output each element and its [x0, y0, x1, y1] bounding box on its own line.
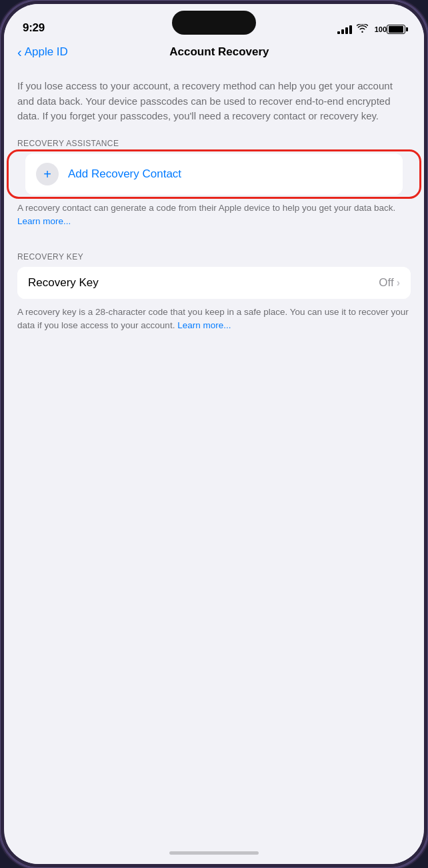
recovery-key-row[interactable]: Recovery Key Off › [17, 267, 411, 299]
recovery-assistance-section: RECOVERY ASSISTANCE + Add Recovery Conta… [4, 139, 424, 244]
chevron-right-icon: › [397, 277, 400, 289]
battery-icon [387, 25, 405, 34]
signal-icon [337, 25, 352, 34]
recovery-assistance-header: RECOVERY ASSISTANCE [4, 139, 424, 153]
screen: 9:29 [4, 4, 424, 864]
battery-container: 100 [373, 25, 405, 34]
main-content: If you lose access to your account, a re… [4, 67, 424, 841]
battery-label: 100 [375, 25, 387, 33]
home-bar [169, 851, 259, 855]
dynamic-island [172, 11, 256, 35]
intro-text: If you lose access to your account, a re… [4, 67, 424, 139]
recovery-key-footer: A recovery key is a 28-character code th… [4, 299, 424, 348]
recovery-key-value: Off › [379, 276, 400, 290]
add-recovery-contact-label: Add Recovery Contact [68, 167, 181, 181]
add-icon-circle: + [36, 163, 59, 185]
wifi-icon [357, 24, 368, 35]
add-recovery-wrapper: + Add Recovery Contact [12, 153, 416, 195]
recovery-key-status: Off [379, 276, 393, 290]
home-indicator [4, 841, 424, 864]
back-chevron-icon: ‹ [17, 45, 22, 59]
page-title: Account Recovery [68, 45, 371, 59]
add-recovery-contact-button[interactable]: + Add Recovery Contact [25, 153, 403, 195]
status-icons: 100 [337, 24, 405, 35]
phone-frame: 9:29 [0, 0, 428, 868]
recovery-key-header: RECOVERY KEY [4, 252, 424, 267]
recovery-assistance-footer-text: A recovery contact can generate a code f… [17, 203, 395, 213]
back-label: Apple ID [25, 45, 68, 59]
recovery-key-section: RECOVERY KEY Recovery Key Off › A recove… [4, 252, 424, 348]
add-recovery-list: + Add Recovery Contact [25, 153, 403, 195]
status-bar: 9:29 [4, 4, 424, 40]
plus-icon: + [43, 167, 51, 181]
recovery-key-label: Recovery Key [28, 276, 99, 290]
recovery-assistance-footer: A recovery contact can generate a code f… [4, 195, 424, 244]
status-time: 9:29 [23, 21, 45, 35]
back-button[interactable]: ‹ Apple ID [17, 45, 68, 59]
recovery-assistance-learn-more[interactable]: Learn more... [17, 216, 71, 226]
recovery-key-learn-more[interactable]: Learn more... [177, 320, 231, 330]
recovery-key-list: Recovery Key Off › [17, 267, 411, 299]
nav-bar: ‹ Apple ID Account Recovery [4, 40, 424, 67]
